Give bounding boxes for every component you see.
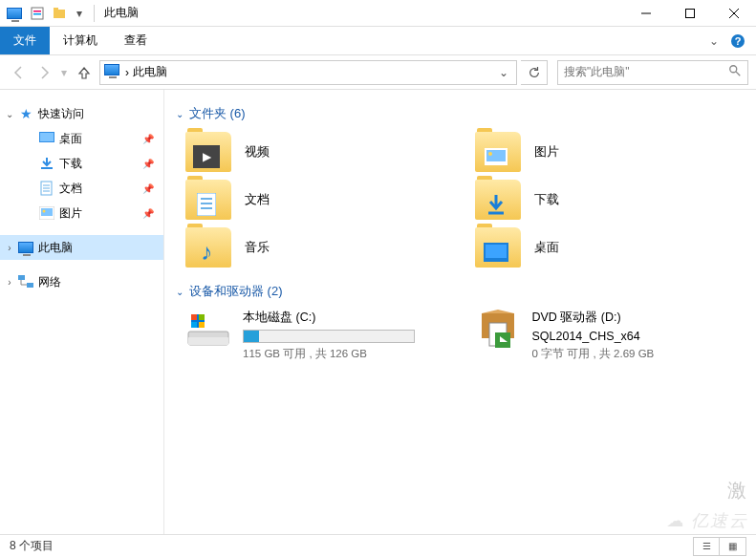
folder-downloads[interactable]: 下载	[475, 180, 745, 220]
drive-c-name: 本地磁盘 (C:)	[243, 310, 456, 326]
nav-label: 图片	[59, 205, 82, 222]
titlebar: ▾ 此电脑	[0, 0, 756, 27]
address-dropdown-icon[interactable]: ⌄	[495, 66, 512, 79]
folder-desktop-icon	[475, 227, 521, 268]
nav-documents[interactable]: 文档 📌	[0, 176, 163, 201]
address-bar[interactable]: › 此电脑 ⌄	[99, 60, 517, 85]
nav-quick-access[interactable]: ⌄ ★ 快速访问	[0, 101, 163, 126]
brand-watermark: ☁ 亿速云	[666, 509, 748, 532]
folder-documents[interactable]: 文档	[185, 180, 456, 220]
nav-label: 网络	[38, 274, 61, 290]
history-dropdown-icon[interactable]: ▾	[57, 61, 71, 84]
crumb-separator: ›	[125, 66, 129, 79]
ribbon: 文件 计算机 查看 ⌄ ?	[0, 27, 756, 55]
drive-d-name: DVD 驱动器 (D:)	[532, 310, 745, 326]
maximize-button[interactable]	[668, 0, 712, 27]
titlebar-divider	[94, 5, 95, 22]
chevron-down-icon: ⌄	[176, 287, 184, 297]
navigation-pane: ⌄ ★ 快速访问 桌面 📌 下载 📌 文档 📌 图片 📌 › 此电脑	[0, 90, 164, 534]
svg-rect-39	[199, 314, 205, 320]
chevron-right-icon[interactable]: ›	[4, 277, 15, 288]
folder-videos[interactable]: ▶ 视频	[185, 132, 456, 172]
refresh-button[interactable]	[521, 60, 548, 85]
view-toggle: ☰ ▦	[693, 537, 746, 556]
ribbon-expand-icon[interactable]: ⌄	[701, 34, 727, 48]
tab-file[interactable]: 文件	[0, 27, 50, 54]
svg-line-12	[736, 72, 740, 75]
svg-text:?: ?	[735, 35, 742, 47]
window-title: 此电脑	[98, 5, 139, 21]
qat-dropdown-icon[interactable]: ▾	[73, 3, 86, 24]
view-tiles-button[interactable]: ▦	[720, 537, 746, 556]
tab-computer[interactable]: 计算机	[50, 27, 111, 54]
new-folder-icon[interactable]	[50, 3, 71, 24]
downloads-icon	[38, 155, 55, 172]
svg-rect-23	[18, 275, 25, 280]
local-disk-icon	[185, 310, 231, 350]
chevron-down-icon: ⌄	[176, 109, 184, 119]
pin-icon: 📌	[142, 159, 154, 169]
drive-c-usage-bar	[243, 330, 415, 343]
drive-c[interactable]: 本地磁盘 (C:) 115 GB 可用 , 共 126 GB	[185, 310, 456, 361]
folder-downloads-icon	[475, 180, 521, 220]
nav-label: 桌面	[59, 131, 82, 147]
folder-pictures[interactable]: 图片	[475, 132, 745, 172]
svg-rect-4	[54, 8, 58, 11]
svg-point-27	[488, 152, 492, 156]
tab-view[interactable]: 查看	[111, 27, 161, 54]
content-pane: ⌄ 文件夹 (6) ▶ 视频 图片 文档 下载 ♪ 音乐	[164, 90, 756, 534]
pin-icon: 📌	[142, 183, 154, 194]
svg-rect-1	[33, 11, 41, 12]
item-count: 8 个项目	[10, 538, 54, 554]
folder-pictures-icon	[475, 132, 521, 172]
section-folders-header[interactable]: ⌄ 文件夹 (6)	[176, 105, 745, 122]
activation-watermark: 激	[727, 478, 746, 503]
body: ⌄ ★ 快速访问 桌面 📌 下载 📌 文档 📌 图片 📌 › 此电脑	[0, 90, 756, 534]
drives-grid: 本地磁盘 (C:) 115 GB 可用 , 共 126 GB DVD 驱动器 (…	[176, 310, 745, 361]
svg-rect-41	[199, 322, 205, 328]
view-details-button[interactable]: ☰	[693, 537, 720, 556]
drive-d-label: SQL2014_CHS_x64	[532, 330, 745, 343]
breadcrumb-this-pc[interactable]: 此电脑	[133, 64, 167, 80]
nav-pictures[interactable]: 图片 📌	[0, 201, 163, 225]
nav-desktop[interactable]: 桌面 📌	[0, 126, 163, 151]
back-button[interactable]	[8, 61, 31, 84]
up-button[interactable]	[73, 61, 96, 84]
desktop-icon	[38, 130, 55, 147]
forward-button[interactable]	[32, 61, 55, 84]
svg-rect-14	[40, 133, 54, 141]
chevron-down-icon[interactable]: ⌄	[4, 109, 15, 119]
network-icon	[17, 273, 34, 290]
folder-documents-icon	[185, 180, 231, 220]
nav-label: 此电脑	[38, 240, 73, 256]
svg-rect-21	[41, 208, 53, 216]
drive-d-stat: 0 字节 可用 , 共 2.69 GB	[532, 347, 745, 361]
svg-rect-6	[686, 9, 695, 17]
drive-d[interactable]: DVD 驱动器 (D:) SQL2014_CHS_x64 0 字节 可用 , 共…	[475, 310, 745, 361]
nav-this-pc[interactable]: › 此电脑	[0, 235, 163, 260]
minimize-button[interactable]	[624, 0, 668, 27]
navigation-bar: ▾ › 此电脑 ⌄ 搜索"此电脑"	[0, 55, 756, 90]
nav-label: 下载	[59, 156, 82, 172]
app-icon	[4, 3, 25, 24]
svg-rect-26	[486, 150, 506, 161]
svg-rect-38	[191, 314, 197, 320]
folder-desktop[interactable]: 桌面	[475, 227, 745, 268]
dvd-drive-icon	[475, 310, 521, 350]
search-input[interactable]: 搜索"此电脑"	[557, 60, 748, 85]
properties-icon[interactable]	[27, 3, 48, 24]
quick-access-icon: ★	[17, 105, 34, 122]
nav-network[interactable]: › 网络	[0, 269, 163, 294]
folder-music[interactable]: ♪ 音乐	[185, 227, 456, 268]
pictures-icon	[38, 204, 55, 222]
nav-label: 快速访问	[38, 106, 84, 122]
cloud-icon: ☁	[666, 510, 685, 531]
section-devices-header[interactable]: ⌄ 设备和驱动器 (2)	[176, 283, 745, 300]
svg-rect-34	[486, 245, 507, 258]
help-icon[interactable]: ?	[727, 31, 748, 52]
search-icon	[728, 64, 742, 80]
quick-access-toolbar: ▾	[0, 3, 90, 24]
nav-downloads[interactable]: 下载 📌	[0, 151, 163, 176]
chevron-right-icon[interactable]: ›	[4, 243, 15, 253]
close-button[interactable]	[712, 0, 756, 27]
